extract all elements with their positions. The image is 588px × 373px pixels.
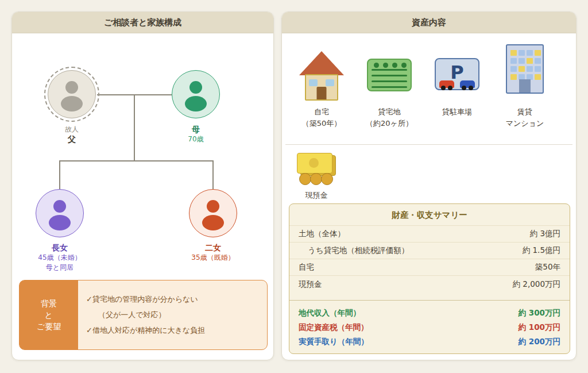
row-value: 約 3億円: [530, 229, 560, 239]
parking-icon: P: [435, 58, 479, 90]
heading-line: と: [45, 309, 53, 321]
apartment-building-icon: [506, 44, 544, 94]
building-window: [527, 58, 533, 64]
person-icon: [53, 200, 66, 213]
asset-home: 自宅 （築50年）: [288, 33, 355, 129]
person-icon: [185, 96, 207, 111]
asset-rental-apartment: 賃貸 マンション: [491, 33, 559, 129]
building-window: [535, 58, 541, 64]
label-line: （築50年）: [302, 118, 342, 129]
label-line: マンション: [506, 118, 544, 129]
daughter1-name: 長女: [17, 243, 103, 253]
label-line: 自宅: [302, 106, 342, 118]
building-window: [535, 66, 541, 72]
daughter2-avatar: [189, 189, 237, 237]
building-door: [519, 79, 531, 93]
asset-parking: P 貸駐車場: [423, 33, 491, 129]
house-window: [326, 79, 334, 86]
building-window: [535, 50, 541, 56]
row-label: 現預金: [299, 279, 322, 290]
wish-item: ✓貸宅地の管理内容が分からない: [86, 294, 267, 305]
asset-leased-land: 貸宅地 （約20ヶ所）: [355, 33, 423, 129]
row-value: 約 200万円: [519, 337, 560, 347]
row-value: 約 300万円: [519, 308, 560, 318]
daughter1-note: 母と同居: [17, 263, 103, 272]
land-line: [372, 69, 407, 71]
row-value: 約 100万円: [519, 322, 560, 333]
assets-panel: 資産内容 自宅 （築50年）: [281, 11, 577, 360]
building-window: [527, 66, 533, 72]
summary-row-land-total: 土地（全体） 約 3億円: [289, 226, 570, 243]
building-window: [519, 58, 525, 64]
row-label: 固定資産税（年間）: [299, 322, 369, 333]
row-label: 自宅: [299, 262, 314, 272]
house-roof: [299, 51, 344, 75]
tree-line-children: [59, 160, 214, 161]
row-label: 土地（全体）: [299, 229, 345, 239]
icon-slot: P: [423, 33, 491, 102]
land-dot: [392, 63, 397, 68]
summary-row-leased-land: うち貸宅地（相続税評価額） 約 1.5億円: [289, 243, 570, 259]
house-door: [317, 87, 327, 99]
person-icon: [49, 215, 71, 230]
assets-panel-title: 資産内容: [282, 12, 576, 33]
building-window: [527, 50, 533, 56]
land-dot: [374, 63, 379, 68]
building-window: [510, 50, 517, 56]
person-icon: [61, 96, 83, 111]
asset-cash-label: 現預金: [295, 190, 338, 201]
heading-line: ご要望: [37, 321, 61, 332]
cash-icon: [296, 152, 337, 185]
daughter1-age: 45歳（未婚）: [17, 253, 103, 263]
land-line: [372, 75, 407, 76]
tree-line-down: [134, 95, 135, 161]
house-body: [305, 74, 338, 101]
coin: [321, 173, 333, 185]
row-value: 築50年: [535, 262, 560, 272]
person-icon: [189, 81, 202, 94]
family-panel: ご相談者と家族構成 故人 父 母 70歳 長女 45歳（未婚） 母と同居 二女 …: [11, 11, 274, 360]
car-wheel: [448, 86, 452, 90]
land-line: [372, 86, 407, 88]
asset-leased-land-label: 貸宅地 （約20ヶ所）: [366, 106, 413, 129]
asset-icon-row: 自宅 （築50年） 貸宅地 （約20ヶ所）: [288, 33, 571, 129]
mother-label: 母 70歳: [153, 125, 239, 144]
building-window: [535, 74, 541, 80]
red-car-icon: [439, 80, 454, 88]
land-dot: [401, 63, 407, 68]
background-wishes-heading: 背景 と ご要望: [20, 280, 78, 349]
daughter1-label: 長女 45歳（未婚） 母と同居: [17, 243, 103, 272]
father-label: 故人 父: [29, 125, 115, 144]
building-window: [510, 66, 517, 72]
label-line: 貸宅地: [366, 106, 413, 118]
wish-item: ✓借地人対応が精神的に大きな負担: [86, 325, 267, 336]
summary-title: 財産・収支サマリー: [289, 204, 570, 226]
row-label: うち貸宅地（相続税評価額）: [299, 245, 409, 256]
row-label: 地代収入（年間）: [299, 308, 361, 318]
person-icon: [65, 81, 78, 94]
background-wishes-box: 背景 と ご要望 ✓貸宅地の管理内容が分からない （父が一人で対応） ✓借地人対…: [19, 280, 268, 350]
father-status: 故人: [29, 125, 115, 134]
summary-divider: [289, 300, 570, 301]
daughter2-label: 二女 35歳（既婚）: [170, 243, 256, 263]
label-line: 賃貸: [506, 106, 544, 118]
car-wheel: [469, 86, 473, 90]
mother-age: 70歳: [153, 134, 239, 144]
building-window: [510, 74, 517, 80]
father-avatar: [48, 70, 96, 118]
label-line: （約20ヶ所）: [366, 118, 413, 129]
coin: [310, 173, 322, 185]
car-wheel: [441, 86, 446, 90]
daughter2-name: 二女: [170, 243, 256, 253]
row-value: 約 2,000万円: [513, 279, 560, 290]
background-wishes-content: ✓貸宅地の管理内容が分からない （父が一人で対応） ✓借地人対応が精神的に大きな…: [78, 280, 267, 349]
father-name: 父: [29, 134, 115, 144]
icon-slot: [355, 33, 423, 102]
asset-home-label: 自宅 （築50年）: [302, 106, 342, 129]
summary-row-home: 自宅 築50年: [289, 259, 570, 276]
banknote: [297, 153, 332, 174]
daughter1-avatar: [36, 189, 84, 237]
summary-row-net-income: 実質手取り（年間） 約 200万円: [289, 334, 570, 349]
summary-row-property-tax: 固定資産税（年間） 約 100万円: [289, 320, 570, 334]
row-value: 約 1.5億円: [523, 245, 560, 256]
